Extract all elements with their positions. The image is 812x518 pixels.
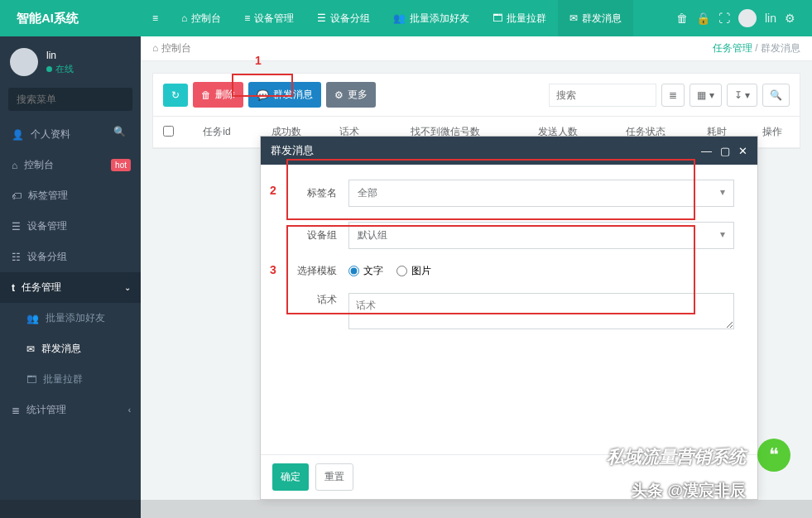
sidebar-item-device[interactable]: ☰设备管理	[0, 211, 141, 242]
breadcrumb-link[interactable]: 任务管理	[713, 42, 752, 54]
anno-label-2: 2	[270, 184, 276, 197]
dashboard-icon: ⌂	[12, 160, 17, 171]
sidebar-search-input[interactable]	[8, 88, 132, 111]
modal-max-icon[interactable]: ▢	[720, 145, 730, 157]
gear-icon: ⚙	[334, 89, 344, 101]
chat-icon: 💬	[257, 89, 269, 101]
refresh-button[interactable]: ↻	[163, 84, 188, 107]
topnav-device[interactable]: ≡设备管理	[233, 0, 305, 36]
sidebar-avatar	[10, 48, 38, 76]
bulk-send-button[interactable]: 💬群发消息	[248, 82, 321, 108]
watermark-text-2: 头条 @漠宸非辰	[632, 480, 746, 501]
anno-label-1: 1	[255, 54, 262, 67]
view-grid-button[interactable]: ▦ ▾	[689, 84, 721, 107]
label-template: 选择模板	[284, 264, 337, 278]
fullscreen-icon[interactable]: ⛶	[718, 12, 730, 25]
hot-badge: hot	[111, 159, 131, 171]
lock-icon[interactable]: 🔒	[696, 12, 710, 25]
topnav-hamburger[interactable]: ≡	[141, 0, 170, 36]
sidebar-item-profile[interactable]: 👤个人资料	[0, 119, 141, 150]
sidebar-item-stats[interactable]: ≣统计管理‹	[0, 395, 141, 425]
wechat-watermark-icon: ❝	[757, 439, 790, 472]
label-group: 设备组	[284, 228, 337, 242]
topnav-bulk-send[interactable]: ✉群发消息	[558, 0, 633, 36]
label-script: 话术	[284, 293, 337, 307]
topnav-pull-group[interactable]: 🗔批量拉群	[481, 0, 558, 36]
select-tag[interactable]: 全部	[348, 180, 734, 207]
script-input[interactable]	[348, 293, 734, 329]
select-all-checkbox[interactable]	[163, 126, 174, 137]
chevron-left-icon: ‹	[128, 405, 131, 415]
trash-icon: 🗑	[201, 89, 211, 101]
grid-icon: ☰	[317, 12, 326, 24]
watermark-text-1: 私域流量营销系统	[607, 445, 746, 468]
chevron-down-icon: ⌄	[124, 283, 131, 292]
sidebar-item-device-group[interactable]: ☷设备分组	[0, 242, 141, 272]
users-icon: 👥	[393, 12, 406, 24]
list-icon: ☰	[12, 221, 21, 233]
sidebar-user-status: 在线	[46, 63, 74, 75]
breadcrumb-right: 任务管理 / 群发消息	[713, 41, 800, 55]
user-icon: 👤	[12, 129, 24, 141]
modal-close-icon[interactable]: ✕	[738, 145, 747, 157]
refresh-icon: ↻	[171, 89, 180, 101]
trash-icon[interactable]: 🗑	[676, 12, 688, 25]
sidebar-sub-add-friends[interactable]: 👥批量添加好友	[0, 303, 141, 333]
select-group[interactable]: 默认组	[348, 222, 734, 249]
window-icon: 🗔	[492, 12, 502, 24]
settings-icon[interactable]: ⚙	[785, 12, 795, 25]
top-user-name[interactable]: lin	[765, 12, 776, 25]
sidebar-item-tags[interactable]: 🏷标签管理	[0, 180, 141, 211]
radio-text[interactable]: 文字	[348, 264, 383, 278]
topnav-device-group[interactable]: ☰设备分组	[305, 0, 382, 36]
sidebar-sub-bulk-send[interactable]: ✉群发消息	[0, 333, 141, 364]
reset-button[interactable]: 重置	[315, 463, 353, 491]
sidebar-sub-pull-group[interactable]: 🗔批量拉群	[0, 364, 141, 395]
view-list-button[interactable]: ≣	[661, 84, 685, 107]
avatar[interactable]	[738, 9, 757, 27]
home-icon: ⌂	[152, 42, 158, 54]
search-button[interactable]: 🔍	[762, 84, 790, 107]
modal-min-icon[interactable]: —	[701, 145, 712, 157]
sidebar-user-name: lin	[46, 50, 74, 61]
anno-label-3: 3	[270, 263, 276, 276]
window-small-icon: 🗔	[26, 374, 36, 386]
tag-icon: 🏷	[12, 190, 22, 202]
topnav-add-friends[interactable]: 👥批量添加好友	[382, 0, 481, 36]
users-small-icon: 👥	[26, 313, 39, 324]
breadcrumb-left: ⌂ 控制台	[152, 41, 191, 55]
mail-icon: ✉	[569, 12, 578, 24]
dashboard-icon: ⌂	[181, 12, 187, 24]
list-icon: ≡	[244, 12, 250, 24]
sidebar-item-console[interactable]: ⌂控制台hot	[0, 150, 141, 180]
bottom-shade	[0, 500, 812, 518]
ok-button[interactable]: 确定	[272, 463, 309, 491]
delete-button[interactable]: 🗑删除	[193, 82, 243, 108]
more-button[interactable]: ⚙更多	[326, 82, 376, 108]
mail-small-icon: ✉	[26, 343, 35, 355]
modal-title: 群发消息	[271, 143, 314, 158]
grid-icon: ☷	[12, 252, 21, 263]
brand-title: 智能AI系统	[0, 11, 141, 26]
topnav-console[interactable]: ⌂控制台	[170, 0, 233, 36]
task-icon: t	[12, 282, 15, 294]
col-task-id[interactable]: 任务id	[183, 117, 251, 148]
radio-image[interactable]: 图片	[396, 264, 431, 278]
sidebar-item-task[interactable]: t任务管理⌄	[0, 272, 141, 303]
toolbar-search-input[interactable]	[549, 84, 656, 107]
export-button[interactable]: ↧ ▾	[727, 84, 757, 107]
label-tag: 标签名	[284, 186, 337, 200]
chart-icon: ≣	[12, 405, 20, 416]
